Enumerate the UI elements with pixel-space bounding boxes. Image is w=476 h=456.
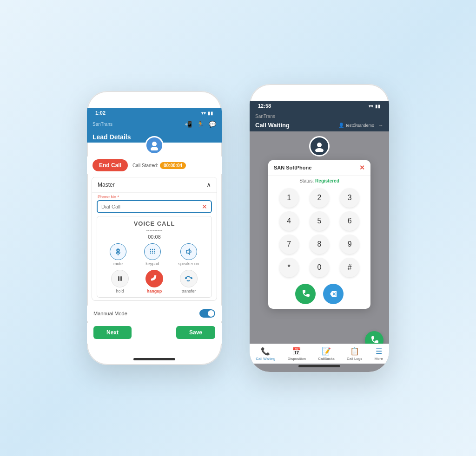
- key-0[interactable]: 0: [310, 258, 329, 277]
- keypad-delete-button[interactable]: [323, 284, 344, 304]
- key-3[interactable]: 3: [340, 188, 359, 208]
- phones-container: 1:02 ▾▾ ▮▮ SanTrans 📲 🏃 💬 Lead Details: [87, 84, 389, 372]
- status-icons-1: ▾▾ ▮▮: [201, 111, 213, 116]
- nav-more-label: More: [375, 357, 383, 361]
- phone-2: 12:58 ▾▾ ▮▮ SanTrans Call Waiting 👤 test…: [250, 84, 389, 372]
- app-header-1: SanTrans 📲 🏃 💬: [87, 118, 222, 130]
- nav-call-waiting-label: Call Waiting: [256, 357, 275, 361]
- nav-call-logs[interactable]: 📋 Call Logs: [347, 347, 362, 361]
- key-star[interactable]: *: [279, 258, 299, 277]
- dial-clear-icon[interactable]: ✕: [202, 203, 207, 210]
- nav-disposition[interactable]: 📅 Disposition: [288, 347, 306, 361]
- delete-icon: [329, 290, 337, 298]
- avatar-2: [309, 136, 330, 156]
- dial-input[interactable]: [101, 204, 202, 209]
- controls-row: mute: [101, 243, 208, 266]
- hangup-icon-circle: [145, 270, 163, 287]
- person-icon[interactable]: 🏃: [197, 121, 204, 128]
- key-4[interactable]: 4: [279, 211, 299, 231]
- mute-label: mute: [113, 261, 123, 266]
- key-6[interactable]: 6: [340, 211, 359, 231]
- svg-point-6: [152, 249, 153, 250]
- phone-1-inner: 1:02 ▾▾ ▮▮ SanTrans 📲 🏃 💬 Lead Details: [87, 108, 222, 365]
- mute-btn[interactable]: mute: [110, 243, 126, 266]
- voice-call-box: VOICE CALL •••••••••• 00:08: [97, 216, 212, 298]
- logout-icon[interactable]: →: [378, 122, 383, 129]
- hold-icon: [116, 275, 124, 282]
- key-2[interactable]: 2: [310, 188, 329, 208]
- time-1: 1:02: [95, 110, 106, 116]
- transfer-icon: [185, 274, 193, 283]
- back-text-1[interactable]: SanTrans: [93, 122, 112, 127]
- user-icon: 👤: [338, 123, 344, 128]
- key-1[interactable]: 1: [279, 188, 299, 208]
- keypad: 1 2 3 4 5 6 7 8 9 * 0 #: [268, 185, 370, 282]
- speaker-btn[interactable]: speaker on: [178, 243, 199, 266]
- key-9[interactable]: 9: [340, 235, 359, 254]
- status-row: Status: Registered: [268, 176, 370, 185]
- svg-point-17: [185, 277, 187, 279]
- time-2: 12:58: [258, 103, 271, 109]
- nav-more[interactable]: ☰ More: [375, 347, 383, 361]
- avatar-1: [145, 136, 164, 155]
- end-call-button[interactable]: End Call: [93, 159, 128, 171]
- transfer-icon[interactable]: 📲: [185, 121, 192, 128]
- hold-label: hold: [116, 289, 124, 293]
- next-button[interactable]: Next: [93, 326, 132, 339]
- nav-callbacks[interactable]: 📝 CallBacks: [318, 347, 335, 361]
- svg-point-5: [150, 249, 151, 250]
- section-card: Master ∧ Phone No * ✕ VOICE CALL •••••••…: [92, 177, 217, 301]
- svg-rect-15: [118, 276, 119, 281]
- key-hash[interactable]: #: [340, 258, 359, 277]
- battery-icon-1: ▮▮: [208, 111, 213, 116]
- message-icon[interactable]: 💬: [209, 121, 216, 128]
- hold-btn[interactable]: hold: [111, 270, 129, 293]
- nav-callbacks-icon: 📝: [322, 347, 331, 356]
- nav-disposition-label: Disposition: [288, 357, 306, 361]
- nav-call-logs-label: Call Logs: [347, 357, 362, 361]
- svg-point-8: [150, 251, 151, 252]
- section-chevron-icon[interactable]: ∧: [206, 181, 211, 189]
- svg-point-0: [152, 142, 157, 146]
- back-text-2[interactable]: SanTrans: [255, 114, 275, 119]
- svg-point-12: [152, 253, 153, 254]
- keypad-btn[interactable]: keypad: [144, 243, 161, 266]
- phone-field-label: Phone No *: [92, 193, 217, 200]
- manual-mode-label: Mannual Mode: [93, 311, 127, 316]
- transfer-icon-circle: [180, 270, 198, 287]
- keypad-call-button[interactable]: [295, 284, 316, 304]
- nav-call-waiting-icon: 📞: [261, 347, 270, 356]
- transfer-label: transfer: [182, 289, 196, 293]
- voice-call-timer: 00:08: [101, 234, 208, 240]
- gray-area: SAN SoftPhone ✕ Status: Registered 1 2 3…: [250, 131, 389, 372]
- transfer-action-btn[interactable]: transfer: [180, 270, 198, 293]
- call-action-row: End Call Call Started: 00:00:04: [87, 156, 222, 174]
- keypad-label: keypad: [145, 261, 159, 266]
- nav-call-waiting[interactable]: 📞 Call Waiting: [256, 347, 275, 361]
- call-started-badge: Call Started: 00:00:04: [132, 162, 186, 169]
- hold-icon-circle: [111, 270, 129, 287]
- svg-marker-14: [186, 249, 190, 254]
- svg-point-10: [154, 251, 155, 252]
- battery-icon-2: ▮▮: [375, 104, 381, 109]
- mute-icon-circle: [110, 243, 126, 260]
- svg-point-1: [151, 147, 158, 150]
- wifi-icon-1: ▾▾: [201, 111, 206, 116]
- svg-rect-16: [120, 276, 122, 281]
- person-avatar-icon: [149, 140, 159, 150]
- keypad-actions: [268, 282, 370, 309]
- key-5[interactable]: 5: [310, 211, 329, 231]
- speaker-icon: [185, 248, 192, 255]
- section-header[interactable]: Master ∧: [92, 177, 217, 193]
- key-7[interactable]: 7: [279, 235, 299, 254]
- phone-1: 1:02 ▾▾ ▮▮ SanTrans 📲 🏃 💬 Lead Details: [87, 91, 222, 365]
- user-info: 👤 test@sandemo →: [338, 122, 383, 129]
- key-8[interactable]: 8: [310, 235, 329, 254]
- manual-mode-toggle[interactable]: [199, 309, 215, 318]
- save-button[interactable]: Save: [176, 326, 215, 339]
- manual-mode-row: Mannual Mode: [87, 306, 222, 321]
- hangup-btn[interactable]: hangup: [145, 270, 163, 293]
- person-avatar-icon-2: [314, 141, 325, 152]
- call-waiting-header: Call Waiting 👤 test@sandemo →: [250, 122, 389, 131]
- modal-close-btn[interactable]: ✕: [359, 164, 365, 171]
